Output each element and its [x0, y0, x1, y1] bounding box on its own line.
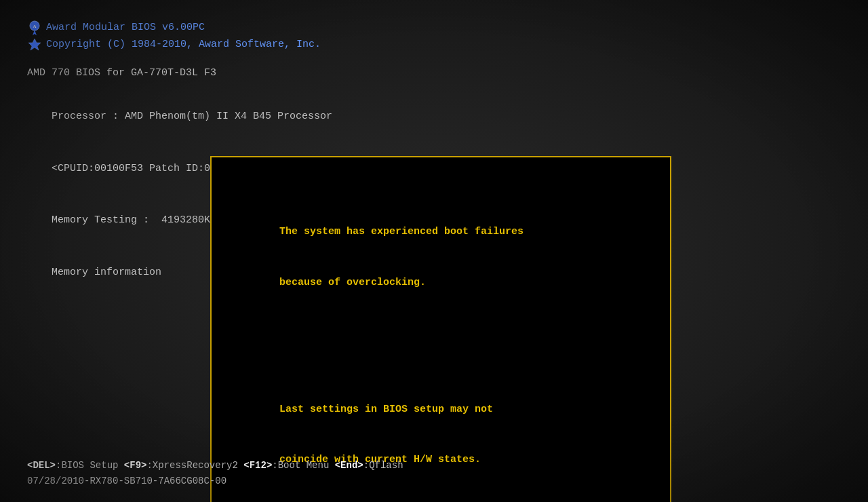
end-label: :Qflash — [363, 460, 403, 471]
svg-text:A: A — [33, 24, 36, 29]
bios-id: 07/28/2010-RX780-SB710-7A66CG08C-00 — [27, 476, 226, 486]
f12-key: <F12> — [243, 460, 272, 471]
header-line2-row: Copyright (C) 1984-2010, Award Software,… — [27, 37, 841, 53]
del-label: :BIOS Setup — [56, 460, 118, 471]
svg-marker-1 — [33, 30, 37, 35]
award-icon: A — [27, 20, 42, 35]
memory-info: Memory information — [52, 267, 161, 278]
award-icon-2 — [27, 37, 42, 52]
bios-screen: A Award Modular BIOS v6.00PC Copyright (… — [0, 0, 868, 502]
bottom-bar: <DEL>:BIOS Setup <F9>:XpressRecovery2 <F… — [27, 458, 841, 488]
end-key: <End> — [335, 460, 363, 471]
processor-info: Processor : AMD Phenom(tm) II X4 B45 Pro… — [52, 111, 332, 122]
f9-label: :XpressRecovery2 — [146, 460, 237, 471]
board-info-section: AMD 770 BIOS for GA-770T-D3L F3 — [27, 66, 841, 81]
bios-line1: Award Modular BIOS v6.00PC — [46, 20, 205, 36]
header-line1: A Award Modular BIOS v6.00PC — [27, 20, 841, 36]
bios-line2: Copyright (C) 1984-2010, Award Software,… — [46, 37, 321, 53]
bios-id-line: 07/28/2010-RX780-SB710-7A66CG08C-00 — [27, 474, 841, 488]
dialog-warning-header: The system has experienced boot failures… — [231, 208, 651, 309]
dialog-content: The system has experienced boot failures… — [231, 174, 651, 502]
memory-testing: Memory Testing : 4193280K OK — [52, 214, 229, 226]
hotkeys-line1: <DEL>:BIOS Setup <F9>:XpressRecovery2 <F… — [27, 458, 841, 473]
board-info: AMD 770 BIOS for GA-770T-D3L F3 — [27, 66, 841, 81]
f12-label: :Boot Menu — [272, 460, 329, 471]
cpuid-info: <CPUID:00100F53 Patch ID:00C8> — [52, 163, 235, 174]
del-key: <DEL> — [27, 460, 56, 471]
warning-dialog: The system has experienced boot failures… — [210, 156, 671, 502]
svg-marker-3 — [28, 39, 41, 50]
bios-header: A Award Modular BIOS v6.00PC Copyright (… — [27, 20, 841, 52]
f9-key: <F9> — [124, 460, 147, 471]
